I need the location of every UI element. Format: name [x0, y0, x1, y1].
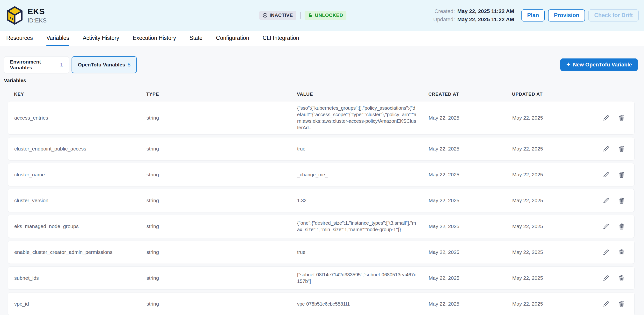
trash-icon — [618, 249, 625, 256]
lock-status-badge: UNLOCKED — [304, 11, 347, 20]
variable-key: vpc_id — [8, 301, 140, 307]
variable-created-at: May 22, 2025 — [422, 198, 506, 203]
delete-variable-button[interactable] — [618, 114, 625, 121]
delete-variable-button[interactable] — [618, 171, 625, 178]
tab-state[interactable]: State — [190, 31, 202, 46]
variable-updated-at: May 22, 2025 — [506, 223, 582, 229]
variables-table: KEY TYPE VALUE CREATED AT UPDATED AT acc… — [8, 83, 634, 315]
variable-created-at: May 22, 2025 — [422, 275, 506, 281]
delete-variable-button[interactable] — [618, 300, 625, 308]
filter-environment-variables[interactable]: Environment Variables1 — [4, 56, 69, 73]
trash-icon — [618, 145, 625, 152]
variable-created-at: May 22, 2025 — [422, 301, 506, 307]
variable-value: true — [291, 249, 422, 256]
column-header-type: TYPE — [140, 92, 290, 97]
provision-button[interactable]: Provision — [548, 9, 585, 21]
new-opentofu-variable-button[interactable]: + New OpenTofu Variable — [560, 58, 638, 71]
tab-bar: ResourcesVariablesActivity HistoryExecut… — [0, 31, 644, 46]
edit-variable-button[interactable] — [602, 145, 610, 152]
pencil-icon — [602, 300, 610, 308]
tab-execution-history[interactable]: Execution History — [133, 31, 176, 46]
variable-key: access_entries — [8, 115, 140, 121]
delete-variable-button[interactable] — [618, 275, 625, 282]
variables-page: Environment Variables1OpenTofu Variables… — [0, 46, 644, 315]
edit-variable-button[interactable] — [602, 223, 610, 230]
badge-divider — [300, 12, 301, 18]
variable-updated-at: May 22, 2025 — [506, 198, 582, 203]
variable-updated-at: May 22, 2025 — [506, 172, 582, 178]
variables-table-body: access_entries string {"sso":{"kubernete… — [8, 101, 634, 315]
tab-activity-history[interactable]: Activity History — [83, 31, 119, 46]
variable-type: string — [140, 172, 291, 178]
variable-created-at: May 22, 2025 — [422, 172, 506, 178]
variable-created-at: May 22, 2025 — [422, 115, 506, 121]
check-for-drift-button[interactable]: Check for Drift — [588, 9, 639, 21]
table-row: vpc_id string vpc-078b51c6cbc5581f1 May … — [8, 292, 634, 315]
pencil-icon — [602, 197, 610, 204]
variable-value: _change_me_ — [291, 172, 422, 178]
updated-value: May 22, 2025 11:22 AM — [458, 16, 514, 23]
edit-variable-button[interactable] — [602, 171, 610, 178]
variable-updated-at: May 22, 2025 — [506, 275, 582, 281]
variable-value: {"one":{"desired_size":1,"instance_types… — [291, 220, 422, 233]
column-header-created-at: CREATED AT — [422, 92, 506, 97]
brand: EKS ID:EKS — [0, 6, 47, 25]
variable-key: eks_managed_node_groups — [8, 223, 140, 229]
delete-variable-button[interactable] — [618, 197, 625, 204]
updated-label: Updated: — [432, 16, 455, 23]
variable-type: string — [140, 146, 291, 152]
plus-icon: + — [566, 61, 570, 68]
trash-icon — [618, 197, 625, 204]
filter-count: 1 — [60, 62, 63, 68]
variable-type-filters: Environment Variables1OpenTofu Variables… — [4, 56, 137, 73]
trash-icon — [618, 223, 625, 230]
variable-updated-at: May 22, 2025 — [506, 249, 582, 255]
edit-variable-button[interactable] — [602, 300, 610, 308]
variable-value: {"sso":{"kubernetes_groups":[],"policy_a… — [291, 105, 422, 131]
edit-variable-button[interactable] — [602, 197, 610, 204]
variable-key: cluster_version — [8, 198, 140, 203]
status-badge: INACTIVE — [259, 11, 296, 20]
tab-cli-integration[interactable]: CLI Integration — [262, 31, 299, 46]
table-row: eks_managed_node_groups string {"one":{"… — [8, 215, 634, 238]
section-title: Variables — [4, 77, 644, 83]
tab-configuration[interactable]: Configuration — [216, 31, 249, 46]
delete-variable-button[interactable] — [618, 223, 625, 230]
unlock-icon — [308, 13, 313, 18]
edit-variable-button[interactable] — [602, 275, 610, 282]
variable-updated-at: May 22, 2025 — [506, 146, 582, 152]
pencil-icon — [602, 223, 610, 230]
delete-variable-button[interactable] — [618, 249, 625, 256]
filter-count: 8 — [128, 62, 130, 68]
trash-icon — [618, 300, 625, 308]
page-title: EKS — [28, 7, 47, 16]
edit-variable-button[interactable] — [602, 249, 610, 256]
pencil-icon — [602, 275, 610, 282]
variable-type: string — [140, 198, 291, 203]
filter-opentofu-variables[interactable]: OpenTofu Variables8 — [72, 56, 137, 73]
trash-icon — [618, 275, 625, 282]
edit-variable-button[interactable] — [602, 114, 610, 121]
delete-variable-button[interactable] — [618, 145, 625, 152]
variable-key: enable_cluster_creator_admin_permissions — [8, 249, 140, 255]
variable-updated-at: May 22, 2025 — [506, 115, 582, 121]
variable-key: cluster_name — [8, 172, 140, 178]
variable-type: string — [140, 115, 291, 121]
column-header-value: VALUE — [290, 92, 422, 97]
variable-value: true — [291, 146, 422, 152]
circle-minus-icon — [262, 13, 268, 18]
filter-label: OpenTofu Variables — [78, 62, 125, 68]
pencil-icon — [602, 114, 610, 121]
plan-button[interactable]: Plan — [522, 9, 545, 21]
app-logo-cube-icon — [6, 6, 23, 25]
app-header: EKS ID:EKS INACTIVE UNLOCKED — [0, 0, 644, 31]
variable-value: vpc-078b51c6cbc5581f1 — [291, 301, 422, 307]
table-row: cluster_endpoint_public_access string tr… — [8, 137, 634, 160]
tab-resources[interactable]: Resources — [6, 31, 33, 46]
timestamps: Created: May 22, 2025 11:22 AM Updated: … — [432, 8, 514, 23]
pencil-icon — [602, 171, 610, 178]
column-header-key: KEY — [8, 92, 140, 97]
tab-variables[interactable]: Variables — [46, 31, 69, 46]
table-row: cluster_name string _change_me_ May 22, … — [8, 163, 634, 186]
variable-created-at: May 22, 2025 — [422, 223, 506, 229]
